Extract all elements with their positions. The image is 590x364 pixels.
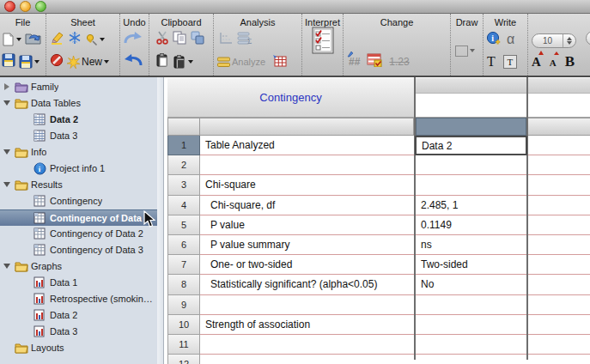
sidebar-item-info[interactable]: Info [0, 144, 157, 161]
row-number-cell[interactable]: 6 [167, 235, 200, 255]
row-label-cell[interactable]: Strength of association [200, 315, 414, 335]
value-cell[interactable] [416, 295, 526, 315]
row-number-cell[interactable]: 9 [167, 295, 200, 315]
paste-button[interactable] [155, 53, 169, 70]
sidebar-item-contingency-of-data-2[interactable]: Contingency of Data 2 [0, 226, 157, 242]
corner-header-cell[interactable] [167, 118, 200, 136]
bold-button[interactable]: B [565, 53, 575, 70]
row-label-cell[interactable] [200, 355, 414, 364]
row-label-cell[interactable] [200, 155, 414, 175]
value-cell[interactable] [416, 155, 526, 175]
new-sheet-button[interactable]: New [67, 56, 109, 69]
save-button[interactable] [2, 53, 15, 70]
row-label-cell[interactable] [200, 295, 414, 315]
value-cell[interactable]: Two-sided [416, 255, 526, 275]
add-info-button[interactable]: i [486, 31, 501, 49]
extra-cell[interactable] [528, 215, 590, 235]
pin-sheet-button[interactable] [85, 33, 105, 46]
sidebar-item-graph-data-3[interactable]: Data 3 [0, 324, 157, 340]
disclosure-collapsed-icon[interactable] [4, 83, 9, 90]
row-number-cell[interactable]: 7 [167, 255, 200, 275]
disclosure-expanded-icon[interactable] [3, 149, 10, 155]
open-button[interactable] [25, 31, 41, 48]
analyze-data-table-button[interactable] [272, 54, 287, 70]
cut-button[interactable] [155, 31, 169, 48]
disclosure-expanded-icon[interactable] [3, 100, 10, 106]
paste-options-button[interactable] [173, 55, 193, 69]
value-column-header-selected[interactable] [416, 118, 526, 136]
value-cell[interactable]: ns [416, 235, 526, 255]
extra-cell[interactable] [528, 355, 590, 364]
extra-cell[interactable] [528, 335, 590, 355]
column-title-cell[interactable] [416, 78, 526, 118]
draw-shape-button[interactable] [455, 46, 475, 57]
value-cell[interactable] [416, 315, 526, 335]
value-cell[interactable] [416, 355, 526, 364]
row-number-cell[interactable]: 12 [167, 355, 200, 364]
extra-cell[interactable] [528, 175, 590, 195]
row-label-cell[interactable]: Chi-square [200, 175, 414, 195]
minimize-button[interactable] [20, 1, 31, 12]
sidebar-item-data-tables[interactable]: Data Tables [0, 95, 157, 112]
row-label-cell[interactable]: Statistically significant? (alpha<0.05) [200, 275, 414, 294]
sidebar-item-contingency-of-data-2-selected[interactable]: Contingency of Data 2 [0, 209, 157, 226]
row-number-cell[interactable]: 4 [167, 196, 200, 215]
text-tool-button[interactable]: T [487, 54, 496, 70]
extra-cell[interactable] [528, 196, 590, 215]
value-cell[interactable] [416, 175, 526, 195]
disclosure-expanded-icon[interactable] [3, 182, 10, 187]
disclosure-expanded-icon[interactable] [3, 264, 10, 269]
row-label-cell[interactable]: One- or two-sided [200, 255, 414, 275]
value-cell[interactable] [416, 335, 526, 355]
paste-special-button[interactable] [191, 31, 205, 48]
row-number-cell[interactable]: 10 [167, 315, 200, 335]
row-number-cell[interactable]: 1 [167, 136, 200, 155]
extra-column-header[interactable] [528, 118, 590, 136]
zoom-button[interactable] [35, 1, 46, 12]
row-number-cell[interactable]: 3 [167, 175, 200, 195]
number-format-button[interactable]: ## [349, 56, 360, 68]
value-cell[interactable]: No [416, 275, 526, 294]
boxed-text-tool-button[interactable]: T [503, 55, 517, 69]
font-size-spinner[interactable]: 10 [532, 33, 576, 48]
edit-sheet-button[interactable] [50, 31, 64, 48]
sidebar-item-graph-retrospective[interactable]: Retrospective (smokin… [0, 291, 157, 307]
title-bar[interactable] [0, 0, 590, 14]
change-table-format-button[interactable] [367, 53, 382, 70]
copy-button[interactable] [173, 31, 187, 48]
sidebar-item-contingency-of-data-3[interactable]: Contingency of Data 3 [0, 242, 157, 258]
row-label-cell[interactable]: Chi-square, df [200, 196, 414, 215]
column-title-cell[interactable] [528, 78, 590, 118]
sidebar-item-layouts[interactable]: Layouts [0, 340, 157, 356]
interpret-checklist-button[interactable] [312, 27, 334, 58]
extra-cell[interactable] [528, 155, 590, 175]
extra-cell[interactable] [528, 136, 590, 155]
ttest-button[interactable] [219, 32, 234, 48]
sidebar-item-data-3[interactable]: Data 3 [0, 128, 157, 144]
exclude-button[interactable] [50, 53, 64, 70]
value-cell-selected[interactable]: Data 2 [415, 136, 527, 155]
sidebar-item-project-info-1[interactable]: i Project info 1 [0, 161, 157, 177]
alpha-button[interactable]: α [507, 32, 514, 47]
row-number-cell[interactable]: 2 [167, 155, 200, 175]
label-column-header[interactable] [200, 118, 414, 136]
extra-cell[interactable] [528, 255, 590, 275]
sidebar-item-contingency[interactable]: Contingency [0, 193, 157, 209]
save-as-button[interactable] [19, 55, 40, 69]
sidebar-item-graph-data-2[interactable]: Data 2 [0, 307, 157, 324]
row-label-cell[interactable]: Table Analyzed [200, 136, 414, 155]
sidebar-item-graph-data-1[interactable]: Data 1 [0, 275, 157, 291]
analyze-button[interactable]: Analyze [217, 57, 265, 68]
row-label-cell[interactable]: P value [200, 215, 414, 235]
row-label-cell[interactable]: P value summary [200, 235, 414, 255]
value-cell[interactable]: 2.485, 1 [416, 196, 526, 215]
row-number-cell[interactable]: 11 [167, 335, 200, 355]
redo-button[interactable] [124, 31, 143, 48]
extra-cell[interactable] [528, 235, 590, 255]
value-cell[interactable]: 0.1149 [416, 215, 526, 235]
sum-rows-button[interactable]: Σ [237, 32, 252, 48]
row-label-cell[interactable] [200, 335, 414, 355]
close-button[interactable] [4, 1, 15, 12]
undo-button[interactable] [124, 53, 143, 70]
font-size-stepper[interactable] [563, 34, 575, 47]
